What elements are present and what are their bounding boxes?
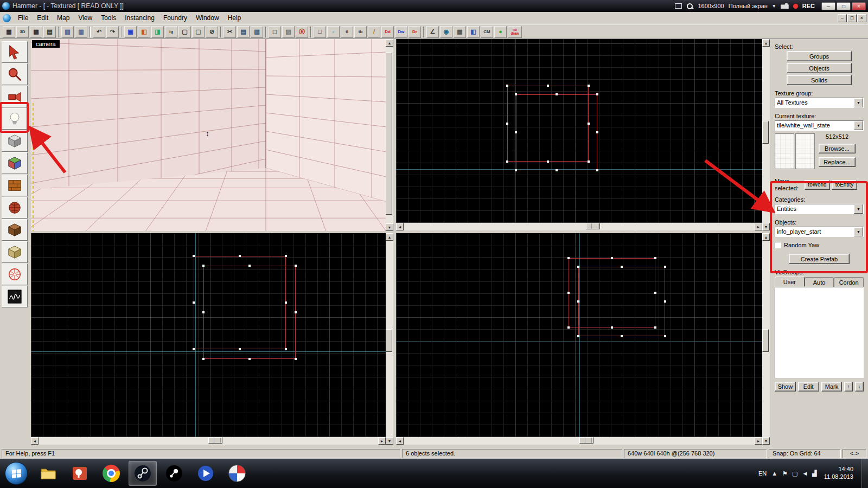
scrollbar-track[interactable] bbox=[386, 47, 393, 223]
overlay-fullscreen[interactable]: Полный экран bbox=[729, 3, 768, 9]
viewport-2d-front[interactable] bbox=[31, 233, 386, 437]
mark-button[interactable]: Mark bbox=[821, 382, 843, 391]
toolbar-texture-lock[interactable]: tl bbox=[341, 26, 353, 38]
random-yaw-checkbox[interactable] bbox=[775, 242, 781, 248]
minimize-button[interactable]: – bbox=[821, 2, 835, 10]
toolbar-texture-shift-lock[interactable]: tb bbox=[354, 26, 367, 38]
selection-handle[interactable] bbox=[596, 131, 598, 133]
toolbar-displacement-remove[interactable]: Dr bbox=[409, 26, 421, 38]
taskbar-chrome-icon[interactable] bbox=[97, 461, 125, 486]
selection-handle[interactable] bbox=[515, 131, 517, 133]
toolbar-redo[interactable]: ↷ bbox=[106, 26, 119, 38]
scroll-arrow-up[interactable]: ▲ bbox=[762, 39, 770, 47]
menu-instancing[interactable]: Instancing bbox=[120, 12, 159, 23]
toolbar-make-hollow[interactable]: ◨ bbox=[151, 26, 164, 38]
display-icon[interactable]: ▢ bbox=[792, 470, 797, 477]
selection-handle[interactable] bbox=[577, 300, 579, 303]
selection-handle[interactable] bbox=[596, 93, 598, 95]
menu-help[interactable]: Help bbox=[224, 12, 246, 23]
selected-brush-outline[interactable] bbox=[578, 267, 665, 336]
selection-handle[interactable] bbox=[248, 358, 251, 360]
selection-handle[interactable] bbox=[547, 85, 549, 87]
morph-tool[interactable] bbox=[2, 241, 28, 263]
chevron-down-icon[interactable]: ▼ bbox=[772, 4, 776, 9]
categories-combo[interactable]: Entities ▼ bbox=[775, 204, 864, 214]
language-indicator[interactable]: EN bbox=[758, 470, 767, 477]
objects-combo[interactable]: info_player_start ▼ bbox=[775, 227, 864, 237]
scrollbar-thumb[interactable] bbox=[579, 437, 593, 444]
toolbar-toggle-grid[interactable]: ▦ bbox=[3, 26, 15, 38]
scroll-arrow-up[interactable]: ▲ bbox=[386, 233, 393, 241]
toolbar-undo[interactable]: ↶ bbox=[93, 26, 105, 38]
toolbar-instance-editing[interactable]: ig bbox=[165, 26, 177, 38]
toolbar-texture-replace[interactable]: ▨ bbox=[282, 26, 295, 38]
scrollbar-track[interactable] bbox=[386, 241, 393, 437]
current-texture-combo[interactable]: tile/white_wall_state ▼ bbox=[775, 120, 864, 131]
replace-button[interactable]: Replace... bbox=[819, 157, 856, 167]
menu-foundry[interactable]: Foundry bbox=[159, 12, 192, 23]
selection-handle[interactable] bbox=[621, 266, 623, 268]
viewport-3d-camera[interactable]: camera ↕ bbox=[31, 39, 386, 231]
toolbar-knife[interactable]: / bbox=[368, 26, 380, 38]
show-desktop-button[interactable] bbox=[861, 459, 868, 488]
selection-handle[interactable] bbox=[515, 93, 517, 95]
browse-button[interactable]: Browse... bbox=[819, 144, 856, 153]
toolbar-ignore-groups[interactable]: ⊘ bbox=[206, 26, 218, 38]
selection-handle[interactable] bbox=[654, 326, 656, 329]
toolbar-displacement-walkable[interactable]: Dw bbox=[395, 26, 407, 38]
toolbar-sprinkle[interactable]: ◉ bbox=[440, 26, 452, 38]
scrollbar-side-vertical[interactable]: ▲▼ bbox=[762, 233, 770, 445]
selection-handle[interactable] bbox=[515, 169, 517, 171]
taskbar-explorer-folder-icon[interactable] bbox=[34, 461, 62, 486]
toolbar-grid-smaller[interactable]: ▩ bbox=[30, 26, 42, 38]
toolbar-texture-browser[interactable]: ▣ bbox=[124, 26, 137, 38]
entity-tool[interactable] bbox=[2, 108, 28, 130]
texture-application-tool[interactable] bbox=[2, 152, 28, 174]
scroll-arrow-left[interactable]: ◄ bbox=[396, 437, 404, 445]
selected-brush-outline[interactable] bbox=[516, 94, 597, 170]
scroll-arrow-down[interactable]: ▼ bbox=[762, 223, 770, 230]
selection-handle[interactable] bbox=[621, 335, 623, 337]
mdi-restore-icon[interactable]: □ bbox=[847, 14, 857, 22]
selection-handle[interactable] bbox=[239, 255, 241, 257]
paint-geometry-tool[interactable] bbox=[2, 286, 28, 307]
create-prefab-button[interactable]: Create Prefab bbox=[789, 254, 850, 264]
clipping-tool[interactable] bbox=[2, 219, 28, 241]
scrollbar-front-vertical[interactable]: ▲▼ bbox=[386, 233, 393, 445]
scrollbar-thumb[interactable] bbox=[762, 329, 769, 352]
move-down-button[interactable]: ↓ bbox=[855, 382, 864, 391]
network-icon[interactable]: ▟ bbox=[812, 470, 816, 477]
chevron-down-icon[interactable]: ▼ bbox=[854, 227, 863, 236]
selection-handle[interactable] bbox=[664, 266, 666, 268]
toolbar-angle-snap[interactable]: ∠ bbox=[426, 26, 439, 38]
selection-handle[interactable] bbox=[193, 301, 195, 304]
toolbar-toggle-3d-grid[interactable]: 3D bbox=[16, 26, 29, 38]
selection-handle[interactable] bbox=[577, 335, 579, 337]
selection-handle[interactable] bbox=[611, 257, 613, 259]
selection-handle[interactable] bbox=[202, 311, 205, 313]
toolbar-load-window-state[interactable]: ▥ bbox=[61, 26, 74, 38]
scrollbar-thumb[interactable] bbox=[386, 329, 392, 352]
selection-handle[interactable] bbox=[285, 301, 287, 304]
scroll-arrow-left[interactable]: ◄ bbox=[396, 223, 404, 230]
scrollbar-track[interactable] bbox=[404, 223, 755, 230]
selection-handle[interactable] bbox=[295, 265, 297, 267]
scrollbar-top-horizontal[interactable]: ◄► bbox=[396, 223, 762, 230]
selection-handle[interactable] bbox=[556, 169, 558, 171]
scrollbar-thumb[interactable] bbox=[762, 121, 769, 144]
selection-handle[interactable] bbox=[202, 358, 205, 360]
camera-icon[interactable] bbox=[781, 3, 789, 9]
volume-icon[interactable]: ◄ bbox=[802, 470, 808, 477]
toolbar-copy[interactable]: ▤ bbox=[237, 26, 250, 38]
scroll-arrow-down[interactable]: ▼ bbox=[762, 437, 770, 445]
scroll-arrow-left[interactable]: ◄ bbox=[31, 437, 39, 445]
edit-button[interactable]: Edit bbox=[798, 382, 819, 391]
scroll-arrow-down[interactable]: ▼ bbox=[386, 437, 393, 445]
visgroups-listbox[interactable] bbox=[775, 287, 864, 378]
selection-handle[interactable] bbox=[193, 348, 195, 350]
selection-handle[interactable] bbox=[556, 93, 558, 95]
selection-handle[interactable] bbox=[588, 123, 590, 125]
scroll-arrow-right[interactable]: ► bbox=[755, 223, 762, 230]
menu-map[interactable]: Map bbox=[53, 12, 74, 23]
action-center-icon[interactable]: ⚑ bbox=[782, 470, 788, 477]
